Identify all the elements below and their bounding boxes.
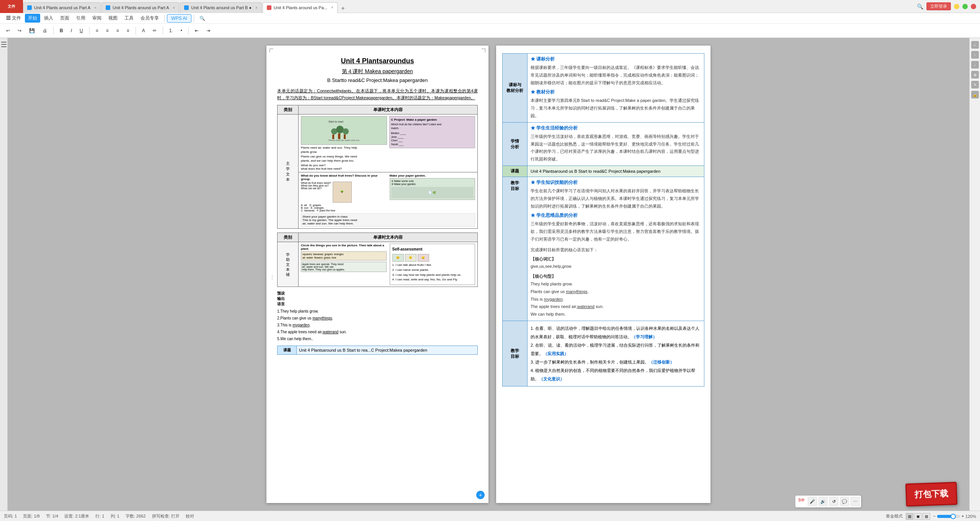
menu-member[interactable]: 会员专享 (137, 14, 162, 23)
outline-icon[interactable] (1, 44, 7, 45)
output-item-5: 5.We can help them.. (277, 336, 478, 342)
add-tab-button[interactable]: + (338, 4, 348, 13)
tab-4-label: Unit 4 Plants around us Pa... (274, 5, 327, 10)
indent-decrease[interactable]: ⇤ (192, 25, 202, 36)
minimize-button[interactable] (954, 4, 959, 9)
menu-start[interactable]: 开始 (25, 14, 40, 23)
main-category-label: 主学文本 (286, 161, 290, 182)
font-italic[interactable]: I (68, 25, 75, 36)
main-text-content: Start to read Plants need air, water and (299, 115, 478, 172)
menu-tools[interactable]: 工具 (121, 14, 137, 23)
numbered-list[interactable]: 1. (166, 25, 176, 36)
rs-icon-5[interactable]: ✎ (971, 81, 979, 88)
view-btn-2[interactable]: ▣ (914, 513, 922, 520)
topic-label: 课题 (503, 165, 528, 177)
zoom-in-button[interactable]: + (962, 514, 964, 518)
float-toolbar: S中 🎤 🔊 ↺ 💬 ⋯ (795, 495, 861, 508)
close-button[interactable] (971, 4, 976, 9)
register-button[interactable]: 立即登录 (926, 2, 951, 10)
separator-1 (164, 15, 165, 22)
align-right[interactable]: ≡ (113, 25, 122, 36)
textbook-analysis-text: 本课时主要学习第四单元B Start to read&C Project:Mak… (531, 97, 701, 120)
zoom-slider[interactable] (937, 515, 960, 518)
print-button[interactable]: 🖨 (39, 25, 50, 36)
font-color[interactable]: A (139, 25, 148, 36)
toolbar: ↩ ↪ 💾 🖨 B I U ≡ ≡ ≡ ≡ A ✏ 1. • ⇤ ⇥ (0, 24, 980, 38)
zoom-thumb[interactable] (951, 514, 956, 519)
font-bold[interactable]: B (57, 25, 66, 36)
wps-ai-button[interactable]: WPS AI (167, 14, 191, 23)
rs-icon-6[interactable]: 🔒 (971, 91, 979, 98)
view-btn-3[interactable]: ▧ (923, 513, 930, 520)
replay-button[interactable]: ↺ (829, 497, 838, 506)
share-content: Share your paper garden in class. This i… (301, 213, 475, 227)
speaker-button[interactable]: 🔊 (818, 497, 828, 506)
maximize-button[interactable] (962, 4, 968, 9)
indent-increase[interactable]: ⇥ (203, 25, 213, 36)
tab-2-label: Unit 4 Plants around us Part A (113, 5, 169, 10)
style-indicator: 黄金模式 (886, 513, 903, 519)
wps-logo[interactable]: 文件 (0, 0, 23, 13)
word-count: 字数: 2662 (126, 513, 146, 519)
menu-page[interactable]: 页面 (57, 14, 72, 23)
download-button[interactable]: 打包下载 (905, 482, 957, 507)
title-bar-left: 文件 Unit 4 Plants around us Part A × Unit… (0, 0, 348, 13)
page-add-button[interactable]: + (476, 491, 485, 499)
zoom-control: − + 120% (933, 514, 976, 519)
nav-icon[interactable] (1, 42, 7, 43)
bullet-list[interactable]: • (178, 25, 185, 36)
svg-rect-7 (344, 134, 346, 139)
page-icon[interactable] (1, 46, 7, 47)
proofread-mode: 校对 (186, 513, 194, 519)
tab-3-label: Unit 4 Plants around us Part B ● (191, 5, 252, 10)
view-btn-1[interactable]: ▤ (906, 513, 913, 520)
rs-icon-2[interactable]: ↑ (971, 51, 979, 59)
start-to-read-thumb: Start to read Plants need air, water and (301, 116, 387, 145)
zoom-level: 120% (965, 514, 976, 519)
student-experience-text: 三年级的学生活泼好动，喜欢直观形象思维，对游戏、竞赛、画画等特别感兴趣。学生对于… (531, 133, 701, 163)
search-btn[interactable]: 🔍 (196, 15, 208, 22)
more-button[interactable]: ⋯ (851, 497, 860, 506)
rs-icon-3[interactable]: ↓ (971, 61, 979, 69)
title-bar: 文件 Unit 4 Plants around us Part A × Unit… (0, 0, 980, 13)
align-justify[interactable]: ≡ (124, 25, 132, 36)
tab-3-close[interactable]: × (255, 6, 258, 10)
col2-header-content: 单课时文本内容 (299, 233, 478, 242)
objectives-row: 教学目标 学生知识技能的分析 学生在前几个课时学习了在语境中询问别人对水果的喜好… (503, 177, 704, 321)
tab-1[interactable]: Unit 4 Plants around us Part A × (23, 2, 101, 13)
menu-file[interactable]: ☰ 文件 (3, 14, 24, 23)
rs-icon-4[interactable]: ⊕ (971, 71, 979, 79)
align-center[interactable]: ≡ (103, 25, 112, 36)
auxiliary-category: 学助文本辅 (278, 242, 299, 287)
bottom-label-cell: 课题 (278, 346, 297, 355)
zoom-out-button[interactable]: − (933, 514, 936, 518)
tab-4-close[interactable]: × (331, 5, 333, 10)
save-button[interactable]: 💾 (26, 25, 38, 36)
settings-indicator: 设置: 2:1厘米 (64, 513, 89, 519)
menu-insert[interactable]: 插入 (41, 14, 56, 23)
student-content: 学生生活经验的分析 三年级的学生活泼好动，喜欢直观形象思维，对游戏、竞赛、画画等… (528, 122, 704, 165)
undo-button[interactable]: ↩ (3, 25, 13, 36)
rs-icon-1[interactable]: ☆ (971, 41, 979, 49)
mic-button[interactable]: 🎤 (808, 497, 817, 506)
tab-2-close[interactable]: × (173, 6, 175, 10)
highlight[interactable]: ✏ (150, 25, 160, 36)
menu-view[interactable]: 视图 (105, 14, 121, 23)
drag-handle[interactable]: ⋮⋮ (270, 274, 280, 280)
font-underline[interactable]: U (77, 25, 86, 36)
redo-button[interactable]: ↪ (15, 25, 24, 36)
search-icon[interactable]: 🔍 (917, 3, 923, 10)
tab-3[interactable]: Unit 4 Plants around us Part B ● × (180, 2, 262, 13)
menu-reference[interactable]: 引用 (73, 14, 88, 23)
svg-text:Start to read: Start to read (328, 120, 343, 123)
s-logo: S中 (797, 497, 806, 506)
menu-review[interactable]: 审阅 (89, 14, 105, 23)
tab-1-close[interactable]: × (94, 6, 96, 10)
knowledge-skill-text: 学生在前几个课时学习了在语境中询问别人对水果的喜好并回答，并学习表达帮助植物生长… (531, 187, 701, 210)
core-vocab-label: 【核心词汇】 give,us,see,help,grow (531, 256, 701, 271)
chat-button[interactable]: 💬 (840, 497, 849, 506)
align-left[interactable]: ≡ (93, 25, 101, 36)
tab-2[interactable]: Unit 4 Plants around us Part A × (101, 2, 179, 13)
curriculum-analysis-text: 根据课标要求，三年级学生要向一级目标的达成靠近。《课程标准》要求学生能听懂、会说… (531, 64, 701, 87)
tab-4[interactable]: Unit 4 Plants around us Pa... × (263, 2, 338, 13)
